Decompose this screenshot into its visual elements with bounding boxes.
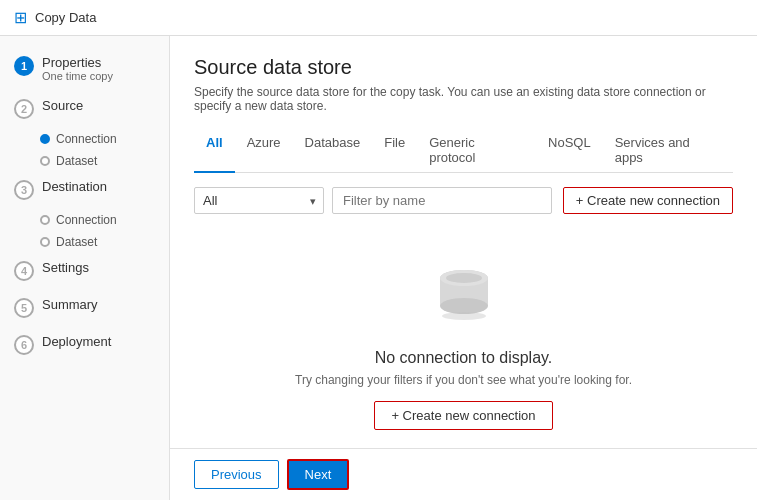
sidebar: 1 Properties One time copy 2 Source Conn… xyxy=(0,36,170,500)
source-connection-label: Connection xyxy=(56,132,117,146)
tab-services-and-apps[interactable]: Services and apps xyxy=(603,129,733,173)
top-bar: ⊞ Copy Data xyxy=(0,0,757,36)
filter-select-wrapper: All Azure Database File Generic protocol… xyxy=(194,187,324,214)
destination-sub-items: Connection Dataset xyxy=(0,211,169,251)
destination-connection-dot xyxy=(40,215,50,225)
source-sub-items: Connection Dataset xyxy=(0,130,169,170)
svg-point-5 xyxy=(442,312,486,320)
tab-azure[interactable]: Azure xyxy=(235,129,293,173)
source-dataset-label: Dataset xyxy=(56,154,97,168)
sidebar-label-summary: Summary xyxy=(42,297,98,312)
tab-all[interactable]: All xyxy=(194,129,235,173)
create-connection-button-center[interactable]: + Create new connection xyxy=(374,401,552,430)
sidebar-item-properties[interactable]: 1 Properties One time copy xyxy=(0,48,169,89)
filter-input[interactable] xyxy=(332,187,552,214)
step-num-5: 5 xyxy=(14,298,34,318)
previous-button[interactable]: Previous xyxy=(194,460,279,489)
destination-connection-label: Connection xyxy=(56,213,117,227)
tab-generic-protocol[interactable]: Generic protocol xyxy=(417,129,536,173)
destination-dataset-item[interactable]: Dataset xyxy=(40,233,169,251)
source-dataset-dot xyxy=(40,156,50,166)
content-area: Source data store Specify the source dat… xyxy=(170,36,757,500)
source-dataset-item[interactable]: Dataset xyxy=(40,152,169,170)
main-layout: 1 Properties One time copy 2 Source Conn… xyxy=(0,36,757,500)
filter-row: All Azure Database File Generic protocol… xyxy=(194,187,733,214)
filter-dropdown[interactable]: All Azure Database File Generic protocol… xyxy=(194,187,324,214)
app-title: Copy Data xyxy=(35,10,96,25)
sidebar-sublabel-properties: One time copy xyxy=(42,70,113,82)
step-num-2: 2 xyxy=(14,99,34,119)
empty-state-desc: Try changing your filters if you don't s… xyxy=(295,373,632,387)
destination-dataset-label: Dataset xyxy=(56,235,97,249)
database-icon xyxy=(424,254,504,337)
destination-dataset-dot xyxy=(40,237,50,247)
sidebar-item-deployment[interactable]: 6 Deployment xyxy=(0,327,169,362)
tab-database[interactable]: Database xyxy=(293,129,373,173)
app-icon: ⊞ xyxy=(14,8,27,27)
sidebar-label-properties: Properties xyxy=(42,55,113,70)
destination-connection-item[interactable]: Connection xyxy=(40,211,169,229)
tab-nosql[interactable]: NoSQL xyxy=(536,129,603,173)
sidebar-item-settings[interactable]: 4 Settings xyxy=(0,253,169,288)
svg-point-2 xyxy=(440,298,488,314)
sidebar-item-source[interactable]: 2 Source xyxy=(0,91,169,126)
empty-state: No connection to display. Try changing y… xyxy=(194,234,733,440)
sidebar-label-deployment: Deployment xyxy=(42,334,111,349)
step-num-1: 1 xyxy=(14,56,34,76)
empty-state-title: No connection to display. xyxy=(375,349,553,367)
page-description: Specify the source data store for the co… xyxy=(194,85,733,113)
sidebar-label-source: Source xyxy=(42,98,83,113)
content-footer: Previous Next xyxy=(170,448,757,500)
source-connection-dot xyxy=(40,134,50,144)
source-connection-item[interactable]: Connection xyxy=(40,130,169,148)
sidebar-label-settings: Settings xyxy=(42,260,89,275)
step-num-3: 3 xyxy=(14,180,34,200)
step-num-6: 6 xyxy=(14,335,34,355)
step-num-4: 4 xyxy=(14,261,34,281)
content-body: Source data store Specify the source dat… xyxy=(170,36,757,448)
next-button[interactable]: Next xyxy=(287,459,350,490)
sidebar-item-summary[interactable]: 5 Summary xyxy=(0,290,169,325)
sidebar-item-destination[interactable]: 3 Destination xyxy=(0,172,169,207)
tabs-bar: All Azure Database File Generic protocol… xyxy=(194,129,733,173)
sidebar-label-destination: Destination xyxy=(42,179,107,194)
page-title: Source data store xyxy=(194,56,733,79)
tab-file[interactable]: File xyxy=(372,129,417,173)
create-connection-button-top[interactable]: + Create new connection xyxy=(563,187,733,214)
svg-point-4 xyxy=(446,273,482,283)
